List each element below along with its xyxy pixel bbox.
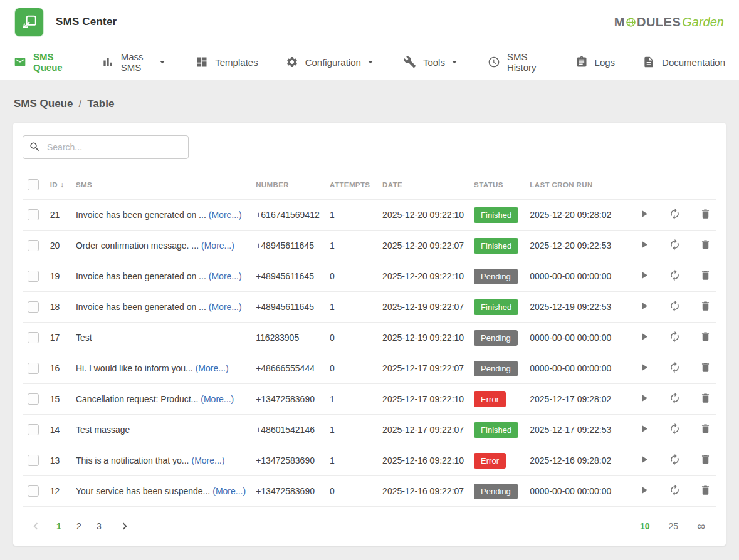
- per-page-all[interactable]: ∞: [697, 522, 705, 531]
- nav-item-tools[interactable]: Tools: [404, 44, 460, 80]
- delete-icon[interactable]: [700, 239, 711, 251]
- row-checkbox[interactable]: [28, 363, 39, 374]
- resend-icon[interactable]: [669, 361, 681, 373]
- resend-icon[interactable]: [669, 269, 681, 281]
- run-icon[interactable]: [638, 423, 650, 435]
- sms-more-link[interactable]: (More...): [196, 363, 229, 373]
- sms-more-link[interactable]: (More...): [201, 394, 234, 404]
- sms-more-link[interactable]: (More...): [209, 210, 242, 220]
- modulesgarden-logo: M DULES Garden: [614, 15, 724, 29]
- logo-modules-part2: DULES: [637, 15, 681, 29]
- sms-more-link[interactable]: (More...): [212, 486, 246, 496]
- page-title: SMS Center: [56, 16, 117, 28]
- row-checkbox[interactable]: [28, 271, 39, 282]
- delete-icon[interactable]: [700, 269, 711, 281]
- row-checkbox[interactable]: [28, 424, 39, 435]
- row-checkbox[interactable]: [28, 209, 39, 220]
- nav-item-logs[interactable]: Logs: [575, 44, 616, 80]
- sms-more-link[interactable]: (More...): [201, 241, 234, 251]
- cell-attempts: 0: [325, 323, 377, 353]
- column-header-id[interactable]: ID↓: [45, 169, 71, 200]
- run-icon[interactable]: [638, 331, 650, 343]
- sms-more-link[interactable]: (More...): [191, 455, 224, 465]
- delete-icon[interactable]: [700, 361, 711, 373]
- cell-attempts: 0: [325, 476, 377, 507]
- run-icon[interactable]: [638, 484, 650, 496]
- per-page-25[interactable]: 25: [669, 521, 679, 531]
- previous-page-icon[interactable]: [29, 519, 43, 533]
- select-all-checkbox[interactable]: [28, 179, 39, 190]
- table-row: 12 Your service has been suspende...(Mor…: [23, 476, 716, 507]
- run-icon[interactable]: [638, 392, 650, 404]
- cell-number: +48601542146: [251, 415, 325, 445]
- table-row: 17 Test 116283905 0 2025-12-19 09:22:10 …: [23, 323, 716, 353]
- delete-icon[interactable]: [700, 454, 711, 465]
- cell-last-cron-run: 2025-12-17 09:28:02: [525, 384, 617, 415]
- search-input[interactable]: [23, 135, 189, 159]
- resend-icon[interactable]: [669, 392, 681, 404]
- nav-item-label: Tools: [423, 57, 445, 68]
- delete-icon[interactable]: [700, 300, 711, 312]
- row-checkbox[interactable]: [28, 455, 39, 466]
- resend-icon[interactable]: [669, 454, 681, 465]
- sms-more-link[interactable]: (More...): [209, 271, 242, 281]
- envelope-icon: [14, 56, 26, 68]
- nav-item-configuration[interactable]: Configuration: [286, 44, 376, 80]
- next-page-icon[interactable]: [118, 519, 132, 533]
- delete-icon[interactable]: [700, 331, 711, 343]
- status-badge: Pending: [474, 269, 518, 284]
- chevron-down-icon: [449, 56, 460, 68]
- cell-number: +616741569412: [251, 200, 325, 231]
- cell-number: +48945611645: [251, 292, 325, 323]
- per-page-10[interactable]: 10: [640, 521, 650, 531]
- column-header-date[interactable]: DATE: [377, 169, 469, 200]
- cell-id: 20: [45, 231, 71, 261]
- resend-icon[interactable]: [669, 331, 681, 343]
- cell-id: 13: [45, 445, 71, 476]
- run-icon[interactable]: [638, 454, 650, 465]
- column-header-status[interactable]: STATUS: [469, 169, 525, 200]
- nav-item-sms-queue[interactable]: SMS Queue: [14, 44, 74, 80]
- resend-icon[interactable]: [669, 423, 681, 435]
- delete-icon[interactable]: [700, 392, 711, 404]
- nav-item-templates[interactable]: Templates: [196, 44, 258, 80]
- delete-icon[interactable]: [700, 484, 711, 496]
- page-button-2[interactable]: 2: [71, 521, 87, 531]
- app-logo-icon: [15, 8, 43, 36]
- row-checkbox[interactable]: [28, 301, 39, 313]
- run-icon[interactable]: [638, 269, 650, 281]
- column-header-sms[interactable]: SMS: [71, 169, 251, 200]
- run-icon[interactable]: [638, 208, 650, 220]
- pagination: 1 2 3 10 25 ∞: [23, 507, 716, 546]
- run-icon[interactable]: [638, 361, 650, 373]
- row-checkbox[interactable]: [28, 485, 39, 497]
- sms-more-link[interactable]: (More...): [209, 302, 242, 312]
- resend-icon[interactable]: [669, 239, 681, 251]
- cell-number: 116283905: [251, 323, 325, 353]
- row-checkbox[interactable]: [28, 240, 39, 251]
- column-header-last-cron-run[interactable]: LAST CRON RUN: [525, 169, 617, 200]
- cell-attempts: 1: [325, 292, 377, 323]
- page-button-3[interactable]: 3: [91, 521, 107, 531]
- logs-clipboard-icon: [575, 56, 588, 68]
- run-icon[interactable]: [638, 300, 650, 312]
- column-header-number[interactable]: NUMBER: [251, 169, 325, 200]
- breadcrumb-section[interactable]: SMS Queue: [14, 98, 73, 110]
- nav-item-documentation[interactable]: Documentation: [642, 44, 725, 80]
- resend-icon[interactable]: [669, 208, 681, 220]
- nav-item-mass-sms[interactable]: Mass SMS: [102, 44, 169, 80]
- delete-icon[interactable]: [700, 423, 711, 435]
- page-button-1[interactable]: 1: [51, 521, 67, 531]
- cell-last-cron-run: 0000-00-00 00:00:00: [525, 353, 617, 384]
- row-checkbox[interactable]: [28, 393, 39, 405]
- run-icon[interactable]: [638, 239, 650, 251]
- resend-icon[interactable]: [669, 300, 681, 312]
- cell-attempts: 1: [325, 445, 377, 476]
- column-header-attempts[interactable]: ATTEMPTS: [325, 169, 377, 200]
- row-checkbox[interactable]: [28, 332, 39, 343]
- resend-icon[interactable]: [669, 484, 681, 496]
- cell-date: 2025-12-20 09:22:07: [377, 231, 469, 261]
- delete-icon[interactable]: [700, 208, 711, 220]
- cell-last-cron-run: 2025-12-17 09:22:53: [525, 415, 617, 445]
- nav-item-sms-history[interactable]: SMS History: [488, 44, 548, 80]
